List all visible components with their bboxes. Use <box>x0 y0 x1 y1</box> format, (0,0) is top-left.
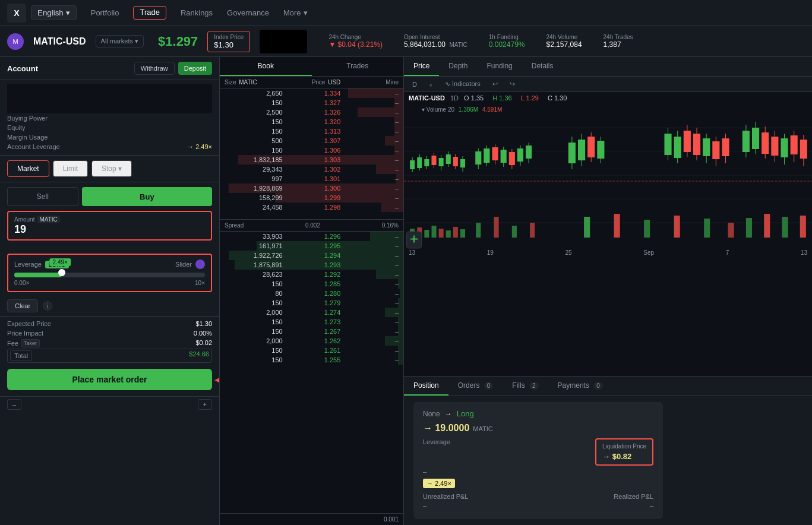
tab-stop[interactable]: Stop ▾ <box>91 160 132 177</box>
nav-more[interactable]: More ▾ <box>283 6 308 20</box>
svg-rect-75 <box>703 138 710 156</box>
bid-row[interactable]: 1501.267– <box>220 327 403 336</box>
bid-row[interactable]: 1501.285– <box>220 279 403 289</box>
ask-row[interactable]: 9971.301– <box>220 174 403 184</box>
place-order-button[interactable]: Place market order <box>7 369 212 390</box>
leverage-slider-fill <box>14 273 62 277</box>
main-content: Account Withdraw Deposit Buying Power Eq… <box>0 57 812 525</box>
market-stat-oi: Open Interest 5,864,031.00 MATIC <box>404 34 467 49</box>
leverage-slider-thumb[interactable]: 2.49× <box>58 269 65 276</box>
redo-button[interactable]: ↪ <box>506 79 519 89</box>
tab-fills[interactable]: Fills 2 <box>503 377 548 396</box>
ask-row[interactable]: 24,4581.298– <box>220 203 403 212</box>
ask-row[interactable]: 2,5001.326– <box>220 107 403 117</box>
slider-toggle[interactable] <box>195 260 205 269</box>
market-ticker-chart <box>260 30 307 53</box>
tab-depth[interactable]: Depth <box>439 57 477 76</box>
liquidation-price-box: Liquidation Price → $0.82 <box>595 438 653 466</box>
svg-rect-59 <box>568 143 576 163</box>
ask-row[interactable]: 1501.320– <box>220 117 403 126</box>
chart-type-button[interactable]: ⬦ <box>425 80 437 89</box>
svg-rect-49 <box>492 147 498 160</box>
withdraw-button[interactable]: Withdraw <box>134 62 175 75</box>
ask-row[interactable]: 1501.313– <box>220 126 403 136</box>
bid-row[interactable]: 1501.261– <box>220 346 403 355</box>
tab-funding[interactable]: Funding <box>477 57 522 76</box>
svg-rect-87 <box>771 137 778 156</box>
bid-row[interactable]: 1,922,7261.294– <box>220 251 403 260</box>
info-icon[interactable]: i <box>43 301 52 311</box>
sell-button[interactable]: Sell <box>7 187 78 206</box>
bid-row[interactable]: 161,9711.295– <box>220 241 403 251</box>
tab-market[interactable]: Market <box>7 160 49 177</box>
nav-governance[interactable]: Governance <box>227 6 269 20</box>
tab-price[interactable]: Price <box>404 57 439 76</box>
position-section: Position Orders 0 Fills 2 Payments 0 <box>404 376 812 525</box>
tab-position[interactable]: Position <box>404 377 448 396</box>
language-label: English <box>37 8 64 17</box>
decrease-button[interactable]: – <box>7 399 21 410</box>
ask-row[interactable]: 1,832,1851.303– <box>220 155 403 165</box>
tab-details[interactable]: Details <box>522 57 563 76</box>
buy-sell-buttons: Sell Buy <box>7 187 212 206</box>
bid-row[interactable]: 1,875,8911.293– <box>220 260 403 270</box>
ask-row[interactable]: 1501.327– <box>220 98 403 107</box>
bid-row[interactable]: 1501.279– <box>220 298 403 308</box>
bid-row[interactable]: 1501.255– <box>220 355 403 365</box>
svg-rect-85 <box>762 132 769 154</box>
tab-book[interactable]: Book <box>220 57 312 76</box>
leverage-slider-track[interactable]: 2.49× <box>14 273 205 277</box>
nav-portfolio[interactable]: Portfolio <box>91 6 119 20</box>
taker-badge: Taker <box>21 339 40 347</box>
chart-floating-button[interactable] <box>406 232 422 249</box>
ask-row[interactable]: 2,6501.334– <box>220 88 403 98</box>
svg-rect-15 <box>494 217 499 238</box>
deposit-button[interactable]: Deposit <box>178 62 212 75</box>
undo-button[interactable]: ↩ <box>489 79 501 89</box>
account-stats: Buying Power Equity Margin Usage Account… <box>0 80 219 156</box>
bid-row[interactable]: 33,9031.296– <box>220 232 403 241</box>
ask-row[interactable]: 5001.307– <box>220 136 403 146</box>
svg-rect-29 <box>410 160 415 169</box>
tab-payments[interactable]: Payments 0 <box>548 377 612 396</box>
svg-rect-10 <box>439 229 444 238</box>
svg-rect-24 <box>746 218 752 238</box>
ask-row[interactable]: 1,928,8691.300– <box>220 184 403 193</box>
bid-row[interactable]: 2,0001.262– <box>220 336 403 346</box>
tab-orders[interactable]: Orders 0 <box>448 377 503 396</box>
bid-row[interactable]: 2,0001.274– <box>220 308 403 317</box>
book-tabs: Book Trades <box>220 57 403 77</box>
svg-rect-45 <box>475 151 481 165</box>
bid-row[interactable]: 28,6231.292– <box>220 270 403 279</box>
nav-rankings[interactable]: Rankings <box>181 6 213 20</box>
ask-orders: 2,6501.334– 1501.327– 2,5001.326– 1501.3… <box>220 88 403 219</box>
svg-rect-19 <box>614 214 620 238</box>
language-button[interactable]: English ▾ <box>31 5 77 20</box>
ask-row[interactable]: 1501.306– <box>220 146 403 155</box>
bid-row[interactable]: 801.280– <box>220 289 403 298</box>
ask-row[interactable]: 29,3431.302– <box>220 165 403 174</box>
tab-limit[interactable]: Limit <box>53 160 88 177</box>
timeframe-d-button[interactable]: D <box>409 80 421 89</box>
clear-button[interactable]: Clear <box>7 299 38 312</box>
svg-rect-35 <box>431 156 436 165</box>
leverage-label: Leverage <box>14 261 42 268</box>
volume-label: ▾ Volume 20 1.386M 4.591M <box>422 106 502 113</box>
chart-section: Price Depth Funding Details D ⬦ ∿ Indica… <box>404 57 812 525</box>
indicators-button[interactable]: ∿ Indicators <box>441 79 484 89</box>
amount-value[interactable]: 19 <box>14 223 205 236</box>
position-content: None → Long → 19.0000 MATIC Leverage Liq… <box>404 396 812 525</box>
chart-area: ▾ Volume 20 1.386M 4.591M <box>404 104 812 376</box>
pos-leverage-row: Leverage Liquidation Price → $0.82 <box>423 438 653 466</box>
all-markets-button[interactable]: All markets ▾ <box>96 35 144 48</box>
svg-rect-81 <box>743 131 750 152</box>
expected-price-row: Expected Price $1.30 <box>7 319 212 328</box>
increase-button[interactable]: + <box>198 399 212 410</box>
nav-trade[interactable]: Trade <box>133 6 166 20</box>
ask-row[interactable]: 158,2991.299– <box>220 193 403 203</box>
buy-button[interactable]: Buy <box>82 187 212 206</box>
bid-row[interactable]: 1501.273– <box>220 317 403 327</box>
position-card: None → Long → 19.0000 MATIC Leverage Liq… <box>413 402 663 519</box>
tab-trades[interactable]: Trades <box>312 57 404 76</box>
svg-rect-41 <box>453 157 458 166</box>
